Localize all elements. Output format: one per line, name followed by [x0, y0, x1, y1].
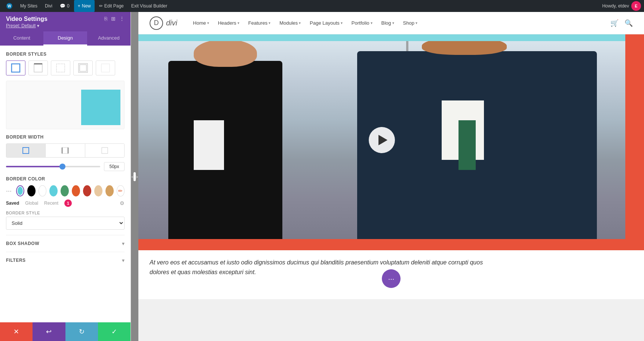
copy-icon[interactable]: ⎘: [104, 16, 107, 22]
slider-thumb[interactable]: [59, 164, 65, 170]
more-icon[interactable]: ⋮: [119, 16, 125, 22]
plus-icon: +: [78, 3, 80, 9]
panel-title: Video Settings: [6, 16, 47, 22]
nav-blog[interactable]: Blog ▾: [377, 12, 399, 34]
redo-button[interactable]: ↻: [65, 322, 98, 341]
color-swatch-red[interactable]: [83, 185, 91, 196]
border-style-dashed[interactable]: [51, 61, 70, 75]
play-button[interactable]: [369, 127, 395, 153]
svg-rect-3: [34, 64, 42, 72]
color-settings-icon[interactable]: ⚙: [120, 200, 125, 206]
border-width-all[interactable]: [6, 144, 46, 157]
slider-track[interactable]: [6, 166, 100, 167]
filters-section: Filters ▾: [6, 252, 125, 269]
color-tabs: Saved Global Recent 1 ⚙: [6, 199, 125, 207]
video-outer: [138, 34, 644, 250]
divi-label: Divi: [45, 3, 52, 9]
slider-container: 50px: [6, 162, 125, 171]
svg-rect-10: [62, 148, 68, 154]
color-swatch-peach[interactable]: [94, 185, 102, 196]
color-swatch-cyan[interactable]: [16, 185, 24, 196]
color-swatch-green[interactable]: [61, 185, 69, 196]
edit-page-label: Edit Page: [104, 3, 124, 9]
comment-count: 0: [67, 3, 70, 9]
slider-value[interactable]: 50px: [104, 162, 125, 171]
nav-shop[interactable]: Shop ▾: [399, 12, 422, 34]
svg-text:W: W: [7, 4, 11, 8]
nav-shop-chevron: ▾: [415, 21, 417, 25]
my-sites-menu[interactable]: My Sites: [17, 0, 40, 12]
border-style-label: Border Style: [6, 211, 125, 215]
border-style-solid-full[interactable]: [6, 61, 25, 75]
svg-rect-9: [23, 148, 29, 154]
grid-icon[interactable]: ⊞: [111, 16, 116, 22]
svg-rect-5: [56, 64, 65, 72]
color-swatch-white[interactable]: [39, 185, 46, 196]
wp-icon[interactable]: W: [3, 0, 16, 12]
pencil-icon: ✏: [99, 3, 103, 9]
page-main: At vero eos et accusamus et iusto odio d…: [138, 34, 644, 299]
border-width-horizontal[interactable]: [85, 144, 124, 157]
nav-features[interactable]: Features ▾: [244, 12, 275, 34]
more-colors-icon[interactable]: ···: [6, 187, 12, 195]
comments-menu[interactable]: 💬 0: [57, 0, 73, 12]
panel-preset[interactable]: Preset: Default ▾: [6, 23, 47, 28]
floating-action-button[interactable]: ···: [382, 269, 401, 288]
color-swatch-orange[interactable]: [72, 185, 80, 196]
border-style-double[interactable]: [73, 61, 93, 75]
tab-content[interactable]: Content: [0, 31, 43, 46]
dots-icon: ···: [388, 275, 395, 283]
resize-handle[interactable]: ◁▷: [131, 12, 138, 341]
site-logo[interactable]: D divi: [150, 16, 177, 30]
user-menu[interactable]: Howdy, etdev E: [602, 1, 641, 11]
color-swatch-row: ··· ✏: [6, 185, 125, 196]
color-tab-badge: 1: [64, 199, 72, 207]
box-shadow-header[interactable]: Box Shadow ▾: [6, 241, 125, 252]
nav-headers[interactable]: Headers ▾: [214, 12, 244, 34]
nav-features-chevron: ▾: [269, 21, 270, 25]
site-nav-items: Home ▾ Headers ▾ Features ▾ Modules ▾ Pa…: [188, 12, 422, 34]
divi-menu[interactable]: Divi: [42, 0, 55, 12]
new-button[interactable]: + New: [74, 0, 95, 12]
tab-advanced[interactable]: Advanced: [87, 31, 131, 46]
color-tab-global[interactable]: Global: [25, 201, 38, 206]
nav-portfolio[interactable]: Portfolio ▾: [347, 12, 377, 34]
border-style-select[interactable]: None Solid Dashed Dotted Double: [6, 217, 125, 230]
search-icon[interactable]: 🔍: [625, 19, 633, 27]
admin-bar-right: Howdy, etdev E: [602, 1, 641, 11]
left-panel: Video Settings Preset: Default ▾ ⎘ ⊞ ⋮ C…: [0, 12, 131, 341]
undo-button[interactable]: ↩: [33, 322, 65, 341]
border-style-top-only[interactable]: [28, 61, 48, 75]
admin-bar: W My Sites Divi 💬 0 + New ✏ Edit Page Ex…: [0, 0, 644, 12]
nav-home[interactable]: Home ▾: [188, 12, 214, 34]
cancel-button[interactable]: ✕: [0, 322, 33, 341]
svg-rect-13: [102, 148, 108, 154]
panel-content: Border Styles: [0, 46, 131, 322]
nav-page-layouts[interactable]: Page Layouts ▾: [305, 12, 347, 34]
border-style-none[interactable]: [96, 61, 115, 75]
edit-page-button[interactable]: ✏ Edit Page: [96, 0, 127, 12]
panel-header-wrapper: Video Settings Preset: Default ▾ ⎘ ⊞ ⋮ C…: [0, 12, 131, 46]
color-swatch-custom[interactable]: ✏: [117, 185, 125, 196]
new-label: New: [82, 3, 91, 9]
color-swatch-cyan2[interactable]: [49, 185, 58, 196]
cart-icon[interactable]: 🛒: [610, 19, 619, 27]
panel-header-icons: ⎘ ⊞ ⋮: [104, 16, 125, 22]
exit-builder-button[interactable]: Exit Visual Builder: [128, 0, 171, 12]
color-tab-saved[interactable]: Saved: [6, 201, 19, 206]
save-button[interactable]: ✓: [98, 322, 131, 341]
filters-header[interactable]: Filters ▾: [6, 257, 125, 269]
nav-modules[interactable]: Modules ▾: [275, 12, 305, 34]
box-shadow-section: Box Shadow ▾: [6, 235, 125, 252]
person-right-head: [422, 41, 507, 55]
border-color-title: Border Color: [6, 176, 125, 182]
exit-builder-label: Exit Visual Builder: [131, 3, 168, 9]
tab-design[interactable]: Design: [43, 31, 87, 46]
color-swatch-tan[interactable]: [105, 185, 114, 196]
video-wrapper: [138, 41, 625, 239]
color-swatch-black[interactable]: [27, 185, 36, 196]
panel-title-area: Video Settings Preset: Default ▾: [6, 16, 47, 28]
border-width-vertical[interactable]: [46, 144, 85, 157]
color-tab-recent[interactable]: Recent: [44, 201, 58, 206]
panel-header: Video Settings Preset: Default ▾ ⎘ ⊞ ⋮: [0, 12, 131, 31]
